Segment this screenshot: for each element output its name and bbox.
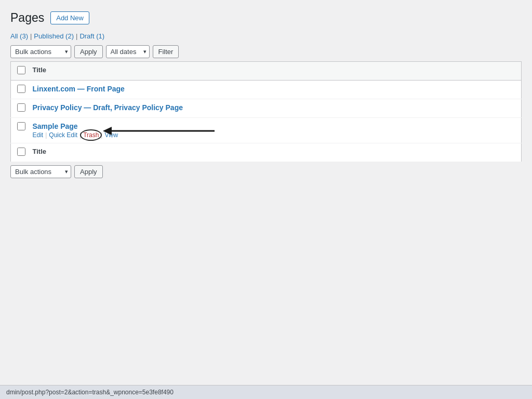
page-title-area: Pages Add New — [10, 10, 522, 26]
filter-draft-link[interactable]: Draft (1) — [79, 32, 104, 40]
table-row: Linxent.com — Front Page — [11, 80, 522, 99]
row-title-cell: Privacy Policy — Draft, Privacy Policy P… — [26, 99, 522, 117]
tablenav-bottom: Bulk actions Edit Move to Trash Apply — [10, 165, 522, 178]
row-checkbox[interactable] — [17, 122, 25, 130]
filter-links: All (3) | Published (2) | Draft (1) — [10, 32, 522, 40]
view-link[interactable]: View — [104, 131, 118, 139]
title-column-footer: Title — [26, 143, 522, 162]
apply-button-bottom[interactable]: Apply — [74, 165, 103, 178]
apply-button-top[interactable]: Apply — [74, 45, 103, 58]
add-new-button[interactable]: Add New — [50, 11, 89, 24]
status-url: dmin/post.php?post=2&action=trash&_wpnon… — [6, 389, 174, 396]
status-bar: dmin/post.php?post=2&action=trash&_wpnon… — [0, 385, 532, 399]
row-checkbox[interactable] — [17, 103, 25, 112]
dates-filter-select[interactable]: All dates — [106, 45, 150, 58]
row-checkbox-cell — [11, 117, 26, 143]
row-actions: Edit | Quick Edit | Trash | View — [33, 131, 515, 139]
page-link-1[interactable]: Linxent.com — Front Page — [33, 85, 125, 93]
bulk-actions-container-top: Bulk actions Edit Move to Trash — [10, 45, 71, 58]
title-column-header: Title — [26, 61, 522, 80]
page-link-3[interactable]: Sample Page — [33, 122, 78, 130]
table-row: Sample Page Edit | Quick Edit | — [11, 117, 522, 143]
select-all-header — [11, 61, 26, 80]
row-title-cell: Sample Page Edit | Quick Edit | — [26, 117, 522, 143]
filter-button[interactable]: Filter — [153, 45, 179, 58]
sample-page-title-container: Sample Page — [33, 122, 78, 130]
select-all-footer — [11, 143, 26, 162]
filter-all-link[interactable]: All (3) — [10, 32, 28, 40]
bulk-actions-container-bottom: Bulk actions Edit Move to Trash — [10, 165, 71, 178]
table-header-row: Title — [11, 61, 522, 80]
page-title: Pages — [10, 10, 44, 26]
tablenav-top: Bulk actions Edit Move to Trash Apply Al… — [10, 45, 522, 58]
row-title-cell: Linxent.com — Front Page — [26, 80, 522, 99]
trash-link[interactable]: Trash — [83, 131, 99, 139]
pages-table: Title Linxent.com — Front Page Pri — [10, 61, 522, 162]
row-checkbox-cell — [11, 80, 26, 99]
select-all-footer-checkbox[interactable] — [17, 148, 25, 156]
bulk-actions-select-bottom[interactable]: Bulk actions Edit Move to Trash — [10, 165, 71, 178]
select-all-checkbox[interactable] — [17, 66, 25, 74]
table-footer-row: Title — [11, 143, 522, 162]
page-link-2[interactable]: Privacy Policy — Draft, Privacy Policy P… — [33, 103, 183, 112]
edit-link[interactable]: Edit — [33, 131, 44, 139]
filter-published-link[interactable]: Published (2) — [34, 32, 74, 40]
row-checkbox[interactable] — [17, 85, 25, 93]
dates-filter-container: All dates — [106, 45, 150, 58]
trash-circle-annotation: Trash — [83, 131, 99, 139]
table-row: Privacy Policy — Draft, Privacy Policy P… — [11, 99, 522, 117]
quick-edit-link[interactable]: Quick Edit — [49, 131, 77, 139]
row-checkbox-cell — [11, 99, 26, 117]
bulk-actions-select-top[interactable]: Bulk actions Edit Move to Trash — [10, 45, 71, 58]
